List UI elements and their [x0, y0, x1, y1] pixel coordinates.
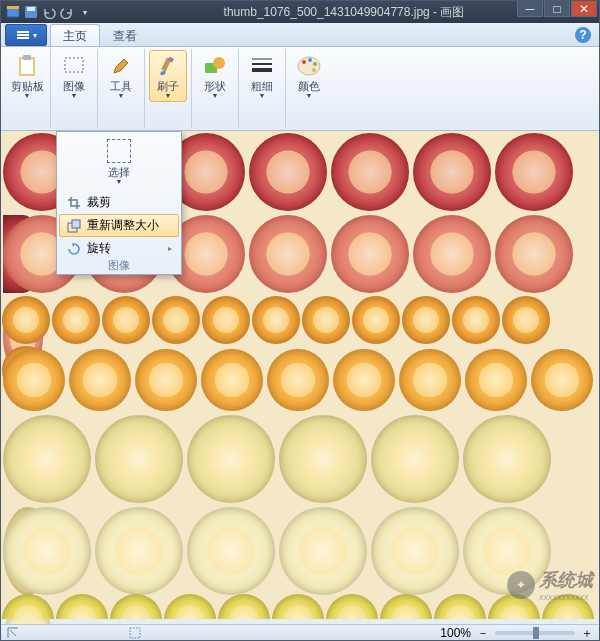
rotate-icon: [66, 241, 82, 257]
svg-rect-0: [7, 8, 19, 17]
undo-icon[interactable]: [41, 4, 57, 20]
watermark-icon: ✦: [507, 571, 535, 599]
crop-icon: [66, 195, 82, 211]
svg-rect-1: [7, 6, 19, 9]
window-controls: ─ □ ✕: [517, 1, 597, 17]
image-button[interactable]: 图像 ▼: [55, 50, 93, 102]
clipboard-button[interactable]: 剪贴板 ▼: [8, 50, 46, 102]
title-bar: ▾ thumb_1076_500_1431049904778.jpg - 画图 …: [1, 1, 599, 23]
popup-resize[interactable]: 重新调整大小: [59, 214, 179, 237]
ribbon-tabs: ▾ 主页 查看 ?: [1, 23, 599, 47]
group-shapes: 形状 ▼: [192, 49, 239, 128]
svg-rect-10: [65, 58, 83, 72]
svg-point-20: [308, 58, 312, 62]
close-button[interactable]: ✕: [571, 1, 597, 17]
tools-button[interactable]: 工具 ▼: [102, 50, 140, 102]
group-tools: 工具 ▼: [98, 49, 145, 128]
image-dropdown-popup: 选择 ▼ 裁剪 重新调整大小 旋转 ▸ 图像: [56, 131, 182, 275]
group-image: 图像 ▼: [51, 49, 98, 128]
status-coords: [7, 627, 19, 639]
group-clipboard: 剪贴板 ▼: [4, 49, 51, 128]
palette-icon: [296, 53, 322, 79]
svg-rect-5: [17, 34, 29, 36]
zoom-slider[interactable]: [495, 631, 575, 635]
tab-view[interactable]: 查看: [100, 24, 150, 46]
zoom-in-button[interactable]: ＋: [581, 625, 593, 642]
redo-icon[interactable]: [59, 4, 75, 20]
svg-rect-3: [27, 7, 35, 11]
file-menu-button[interactable]: ▾: [5, 24, 47, 46]
chevron-down-icon: ▼: [116, 178, 123, 185]
svg-rect-4: [17, 31, 29, 33]
popup-group-label: 图像: [57, 258, 181, 273]
zoom-level: 100%: [440, 626, 471, 640]
group-thickness: 粗细 ▼: [239, 49, 286, 128]
popup-select[interactable]: 选择 ▼: [59, 135, 179, 189]
select-rect-icon: [107, 139, 131, 163]
chevron-down-icon: ▼: [24, 92, 31, 99]
group-brushes: 刷子 ▼: [145, 49, 192, 128]
resize-icon: [66, 218, 82, 234]
thickness-icon: [249, 53, 275, 79]
popup-rotate[interactable]: 旋转 ▸: [59, 237, 179, 260]
brush-icon: [155, 53, 181, 79]
thickness-button[interactable]: 粗细 ▼: [243, 50, 281, 102]
chevron-down-icon: ▼: [165, 92, 172, 99]
popup-crop[interactable]: 裁剪: [59, 191, 179, 214]
cursor-pos-icon: [7, 627, 19, 639]
selection-size-icon: [129, 627, 141, 639]
svg-rect-6: [17, 37, 29, 39]
select-rect-icon: [61, 53, 87, 79]
svg-point-14: [213, 57, 225, 69]
qat-dropdown-icon[interactable]: ▾: [77, 4, 93, 20]
tab-home[interactable]: 主页: [50, 24, 100, 46]
canvas-area[interactable]: 选择 ▼ 裁剪 重新调整大小 旋转 ▸ 图像 ✦ 系统城 xxxxxxxxxxx: [1, 131, 599, 624]
clipboard-icon: [14, 53, 40, 79]
chevron-down-icon: ▼: [306, 92, 313, 99]
chevron-down-icon: ▼: [71, 92, 78, 99]
svg-rect-24: [72, 220, 80, 228]
status-selection: [129, 627, 141, 639]
chevron-down-icon: ▼: [118, 92, 125, 99]
zoom-out-button[interactable]: －: [477, 625, 489, 642]
svg-point-21: [313, 62, 317, 66]
svg-rect-8: [21, 59, 33, 74]
svg-rect-9: [23, 55, 31, 60]
status-bar: 100% － ＋: [1, 624, 599, 641]
watermark: ✦ 系统城 xxxxxxxxxxx: [507, 568, 593, 602]
shapes-button[interactable]: 形状 ▼: [196, 50, 234, 102]
quick-access-toolbar: ▾: [5, 4, 93, 20]
chevron-down-icon: ▼: [212, 92, 219, 99]
shapes-icon: [202, 53, 228, 79]
pencil-icon: [108, 53, 134, 79]
brushes-button[interactable]: 刷子 ▼: [149, 50, 187, 102]
minimize-button[interactable]: ─: [517, 1, 543, 17]
app-icon: [5, 4, 21, 20]
chevron-down-icon: ▼: [259, 92, 266, 99]
ribbon: 剪贴板 ▼ 图像 ▼ 工具 ▼ 刷子 ▼ 形状 ▼: [1, 47, 599, 131]
svg-point-22: [312, 68, 316, 72]
colors-button[interactable]: 颜色 ▼: [290, 50, 328, 102]
maximize-button[interactable]: □: [544, 1, 570, 17]
save-icon[interactable]: [23, 4, 39, 20]
help-button[interactable]: ?: [575, 27, 591, 43]
svg-rect-25: [130, 628, 140, 638]
svg-point-19: [302, 60, 306, 64]
group-colors: 颜色 ▼: [286, 49, 332, 128]
